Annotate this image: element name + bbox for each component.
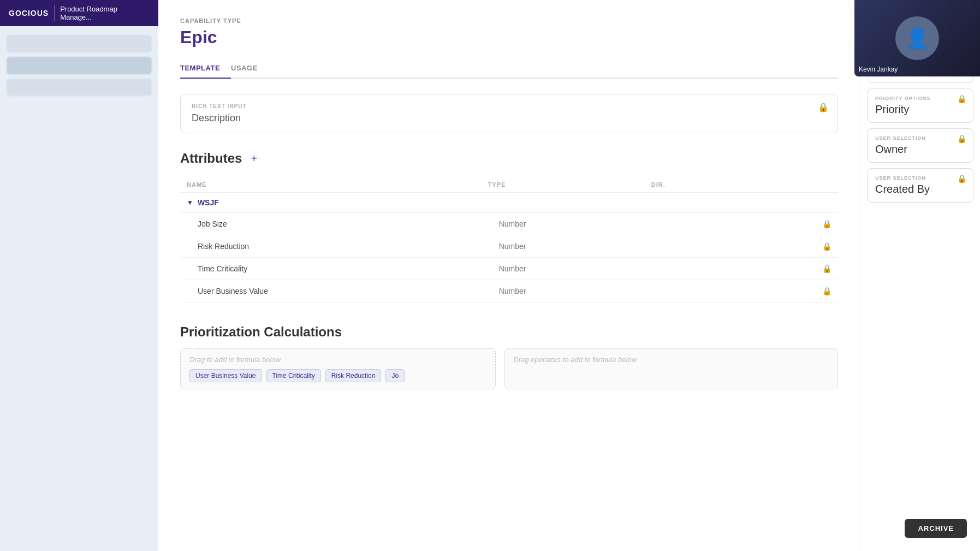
content-area: CAPABILITY TYPE Epic TEMPLATE USAGE RICH… (158, 0, 860, 551)
sidebar: GOCIOUS Product Roadmap Manage... (0, 0, 158, 551)
operators-drop-area[interactable]: Drag operators to add to formula below (504, 348, 839, 389)
video-person: 👤 Kevin Jankay (854, 0, 980, 76)
archive-button[interactable]: ARCHIVE (905, 519, 967, 538)
table-row: Risk Reduction Number 🔒 (180, 235, 838, 258)
formula-tag-jo[interactable]: Jo (385, 369, 405, 382)
priority-lock-icon: 🔒 (957, 94, 966, 103)
formula-tag-rr[interactable]: Risk Reduction (325, 369, 382, 382)
attr-lock-risk-reduction: 🔒 (732, 235, 838, 258)
attr-type-time-criticality: Number (482, 258, 645, 280)
operators-drop-hint: Drag operators to add to formula below (514, 356, 829, 364)
attr-dir-time-criticality (645, 258, 732, 280)
attr-type-user-business-value: Number (482, 280, 645, 303)
video-overlay: 👤 Kevin Jankay (854, 0, 980, 76)
group-name: WSJF (198, 198, 219, 207)
add-attribute-button[interactable]: + (247, 152, 260, 165)
formula-areas: Drag to add to formula below User Busine… (180, 348, 838, 389)
table-row: User Business Value Number 🔒 (180, 280, 838, 303)
owner-label: USER SELECTION (875, 135, 965, 141)
sidebar-content (0, 26, 158, 109)
main-content: 👤 Kevin Jankay CAPABILITY TYPE Epic TEMP… (158, 0, 980, 551)
attr-lock-job-size: 🔒 (732, 213, 838, 235)
description-type-label: RICH TEXT INPUT (192, 103, 827, 109)
sidebar-item-3[interactable] (7, 79, 152, 96)
created-by-value[interactable]: Created By (875, 183, 965, 195)
formula-drop-hint: Drag to add to formula below (189, 356, 486, 364)
owner-lock-icon: 🔒 (957, 134, 966, 143)
attr-type-job-size: Number (482, 213, 645, 235)
attr-name-user-business-value: User Business Value (180, 280, 482, 303)
attr-name-job-size: Job Size (180, 213, 482, 235)
priority-label: PRIORITY OPTIONS (875, 96, 965, 101)
description-value[interactable]: Description (192, 112, 827, 124)
chevron-down-icon: ▼ (187, 199, 193, 206)
video-name: Kevin Jankay (859, 66, 898, 73)
formula-tag-ubv[interactable]: User Business Value (189, 369, 262, 382)
attr-dir-user-business-value (645, 280, 732, 303)
formula-tag-tc[interactable]: Time Criticality (266, 369, 321, 382)
tab-template[interactable]: TEMPLATE (180, 58, 231, 79)
panel-card-created-by: USER SELECTION Created By 🔒 (867, 168, 973, 203)
col-name: NAME (180, 177, 482, 193)
created-by-label: USER SELECTION (875, 175, 965, 181)
col-dir: DIR. (645, 177, 732, 193)
attr-lock-time-criticality: 🔒 (732, 258, 838, 280)
owner-value[interactable]: Owner (875, 143, 965, 156)
lock-icon: 🔒 (818, 102, 829, 112)
attributes-title: Attributes (180, 151, 242, 166)
panel-card-owner: USER SELECTION Owner 🔒 (867, 128, 973, 163)
attr-dir-risk-reduction (645, 235, 732, 258)
col-type: TYPE (482, 177, 645, 193)
panel-card-priority: PRIORITY OPTIONS Priority 🔒 (867, 88, 973, 123)
attr-name-time-criticality: Time Criticality (180, 258, 482, 280)
description-card: RICH TEXT INPUT Description 🔒 (180, 94, 838, 133)
right-panel: STAGE OPTIONS Stage 🔒 STATUS OPTIONS Sta… (860, 0, 980, 551)
page-body: CAPABILITY TYPE Epic TEMPLATE USAGE RICH… (158, 0, 980, 551)
sidebar-item-2[interactable] (7, 57, 152, 74)
sidebar-item-1[interactable] (7, 35, 152, 52)
priority-value[interactable]: Priority (875, 103, 965, 116)
attr-lock-user-business-value: 🔒 (732, 280, 838, 303)
formula-tags-row: User Business Value Time Criticality Ris… (189, 369, 486, 382)
app-title: Product Roadmap Manage... (54, 5, 150, 21)
attributes-section-header: Attributes + (180, 151, 838, 166)
table-row: Job Size Number 🔒 (180, 213, 838, 235)
capability-type-label: CAPABILITY TYPE (180, 17, 838, 24)
attr-type-risk-reduction: Number (482, 235, 645, 258)
formula-drop-area[interactable]: Drag to add to formula below User Busine… (180, 348, 496, 389)
page-title: Epic (180, 27, 838, 48)
table-row: Time Criticality Number 🔒 (180, 258, 838, 280)
attr-dir-job-size (645, 213, 732, 235)
created-by-lock-icon: 🔒 (957, 174, 966, 183)
group-wsjf[interactable]: ▼ WSJF (180, 193, 838, 213)
attributes-table: NAME TYPE DIR. ▼ WSJF (180, 177, 838, 303)
formula-main: Drag to add to formula below User Busine… (180, 348, 496, 389)
app-header: GOCIOUS Product Roadmap Manage... (0, 0, 158, 26)
attr-name-risk-reduction: Risk Reduction (180, 235, 482, 258)
avatar: 👤 (895, 16, 939, 60)
logo: GOCIOUS (9, 9, 49, 17)
prioritization-title: Prioritization Calculations (180, 324, 838, 340)
tab-usage[interactable]: USAGE (231, 58, 269, 79)
tabs: TEMPLATE USAGE (180, 58, 838, 79)
